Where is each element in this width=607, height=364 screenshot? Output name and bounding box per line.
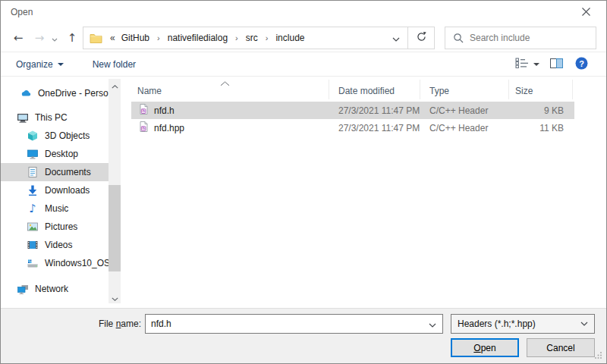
file-name-combobox bbox=[145, 314, 443, 334]
onedrive-cloud-icon bbox=[20, 87, 32, 99]
sidebar-item-this-pc[interactable]: This PC bbox=[1, 108, 109, 127]
back-button[interactable]: ← bbox=[8, 28, 28, 48]
file-size-cell: 9 KB bbox=[509, 105, 573, 116]
scroll-down-button[interactable] bbox=[109, 291, 121, 303]
sort-ascending-icon bbox=[220, 78, 230, 89]
close-button[interactable] bbox=[573, 1, 599, 24]
sidebar-item-desktop[interactable]: Desktop bbox=[1, 145, 109, 163]
file-row-nfd-hpp[interactable]: h nfd.hpp 27/3/2021 11:47 PM C/C++ Heade… bbox=[131, 119, 574, 136]
chevron-down-icon bbox=[429, 318, 436, 330]
svg-text:h: h bbox=[142, 126, 145, 130]
file-name-input[interactable] bbox=[146, 318, 423, 329]
recent-locations-button[interactable] bbox=[49, 28, 61, 48]
column-header-name[interactable]: Name bbox=[131, 80, 329, 99]
file-row-nfd-h[interactable]: h nfd.h 27/3/2021 11:47 PM C/C++ Header … bbox=[131, 102, 574, 119]
sidebar-scrollbar[interactable] bbox=[109, 79, 121, 303]
file-name-cell: h nfd.h bbox=[131, 103, 329, 118]
file-name-text: nfd.hpp bbox=[154, 123, 184, 133]
sidebar-item-onedrive[interactable]: OneDrive - Person bbox=[1, 84, 109, 102]
sidebar-item-3d-objects[interactable]: 3D Objects bbox=[1, 127, 109, 145]
search-box bbox=[445, 27, 596, 49]
documents-icon bbox=[27, 166, 39, 178]
dialog-content: OneDrive - Person This PC 3D Objects Des… bbox=[1, 77, 606, 308]
sidebar-item-label: Network bbox=[35, 284, 68, 294]
forward-button[interactable]: → bbox=[30, 28, 49, 48]
network-icon bbox=[17, 283, 29, 295]
pictures-icon bbox=[27, 221, 39, 233]
sidebar-item-documents[interactable]: Documents bbox=[1, 163, 109, 181]
organize-button[interactable]: Organize bbox=[16, 59, 64, 70]
column-header-label: Name bbox=[137, 86, 162, 96]
refresh-button[interactable] bbox=[408, 27, 434, 49]
header-file-icon: h bbox=[137, 121, 149, 135]
svg-text:?: ? bbox=[579, 58, 584, 67]
computer-icon bbox=[17, 111, 29, 124]
cancel-button[interactable]: Cancel bbox=[527, 338, 595, 357]
breadcrumb-item-nativefiledialog[interactable]: nativefiledialog bbox=[165, 33, 231, 43]
resize-grip[interactable] bbox=[594, 351, 602, 362]
header-file-icon: h bbox=[137, 103, 149, 118]
3d-cube-icon bbox=[27, 130, 39, 142]
open-button[interactable]: Open bbox=[451, 338, 519, 357]
sidebar-item-label: Music bbox=[45, 203, 68, 214]
sidebar-item-network[interactable]: Network bbox=[1, 280, 109, 298]
change-view-button[interactable] bbox=[515, 55, 539, 74]
sidebar-item-downloads[interactable]: Downloads bbox=[1, 181, 109, 199]
help-button[interactable]: ? bbox=[575, 55, 588, 74]
open-dialog: Open ← → ↑ « GitHub › nativefiledialog ›… bbox=[0, 0, 607, 364]
up-arrow-icon: ↑ bbox=[68, 31, 77, 45]
file-list: Name Date modified Type Size h bbox=[131, 77, 606, 308]
hard-drive-icon bbox=[27, 257, 39, 269]
dialog-footer: File name: Headers (*.h;*.hpp) Open Canc… bbox=[1, 308, 606, 364]
sidebar-item-windows10-os[interactable]: Windows10_OS ( bbox=[1, 254, 109, 272]
caret-down-icon bbox=[533, 63, 539, 66]
downloads-icon bbox=[27, 184, 39, 196]
sidebar-item-label: This PC bbox=[35, 112, 68, 123]
address-dropdown-button[interactable] bbox=[385, 27, 407, 49]
search-input[interactable] bbox=[470, 33, 596, 43]
file-rows: h nfd.h 27/3/2021 11:47 PM C/C++ Header … bbox=[131, 102, 606, 136]
sidebar-item-videos[interactable]: Videos bbox=[1, 236, 109, 254]
sidebar-item-label: 3D Objects bbox=[45, 130, 90, 141]
sidebar-item-music[interactable]: ♪ Music bbox=[1, 199, 109, 218]
organize-label: Organize bbox=[16, 59, 53, 70]
column-header-label: Size bbox=[515, 86, 533, 96]
scroll-up-button[interactable] bbox=[109, 79, 121, 91]
breadcrumb-item-github[interactable]: GitHub bbox=[118, 33, 153, 43]
chevron-down-icon bbox=[392, 33, 400, 44]
chevron-up-icon bbox=[112, 80, 118, 91]
breadcrumb-item-include[interactable]: include bbox=[272, 33, 307, 43]
breadcrumb-overflow[interactable]: « bbox=[107, 33, 118, 43]
window-title: Open bbox=[11, 1, 33, 24]
sidebar-item-label: Documents bbox=[45, 167, 91, 177]
new-folder-label: New folder bbox=[93, 59, 136, 70]
desktop-icon bbox=[27, 148, 39, 160]
new-folder-button[interactable]: New folder bbox=[93, 59, 136, 70]
sidebar-item-pictures[interactable]: Pictures bbox=[1, 218, 109, 236]
navigation-bar: ← → ↑ « GitHub › nativefiledialog › src … bbox=[1, 24, 606, 52]
breadcrumb-item-src[interactable]: src bbox=[243, 33, 261, 43]
forward-arrow-icon: → bbox=[35, 31, 45, 45]
preview-pane-button[interactable] bbox=[550, 55, 563, 74]
caret-down-icon bbox=[58, 63, 64, 66]
chevron-down-icon bbox=[574, 315, 594, 333]
file-date-cell: 27/3/2021 11:47 PM bbox=[329, 123, 420, 133]
file-type-value: Headers (*.h;*.hpp) bbox=[451, 318, 574, 329]
file-name-label: File name: bbox=[1, 314, 141, 334]
file-name-dropdown-button[interactable] bbox=[423, 315, 442, 333]
address-bar[interactable]: « GitHub › nativefiledialog › src › incl… bbox=[83, 27, 435, 49]
svg-text:h: h bbox=[142, 108, 145, 113]
column-header-label: Type bbox=[429, 86, 449, 96]
breadcrumb-separator-icon: › bbox=[231, 33, 243, 42]
file-type-select[interactable]: Headers (*.h;*.hpp) bbox=[451, 314, 595, 334]
column-header-type[interactable]: Type bbox=[420, 80, 509, 99]
column-header-size[interactable]: Size bbox=[509, 80, 573, 99]
videos-icon bbox=[27, 239, 39, 251]
breadcrumb-separator-icon: › bbox=[153, 33, 165, 42]
up-button[interactable]: ↑ bbox=[63, 28, 81, 48]
column-header-date-modified[interactable]: Date modified bbox=[329, 80, 420, 99]
back-arrow-icon: ← bbox=[14, 31, 24, 45]
scrollbar-thumb[interactable] bbox=[109, 185, 121, 271]
chevron-down-icon bbox=[112, 292, 118, 303]
file-type-cell: C/C++ Header bbox=[420, 123, 509, 133]
